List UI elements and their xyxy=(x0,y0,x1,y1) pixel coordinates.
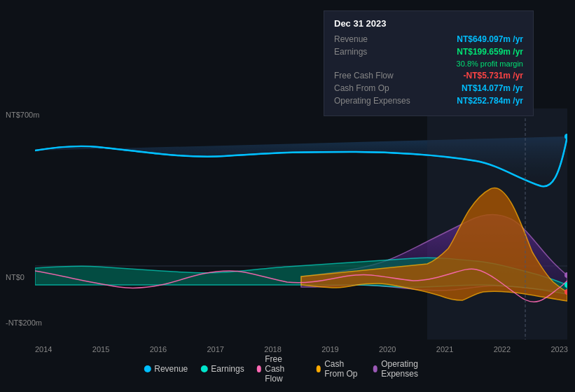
x-label-2018: 2018 xyxy=(264,345,281,354)
tooltip-value-fcf: -NT$5.731m /yr xyxy=(464,71,523,80)
tooltip-value-revenue: NT$649.097m /yr xyxy=(457,34,523,44)
legend-item-revenue[interactable]: Revenue xyxy=(144,364,188,374)
x-label-2021: 2021 xyxy=(436,345,453,354)
x-label-2020: 2020 xyxy=(379,345,396,354)
legend-label-fcf: Free Cash Flow xyxy=(265,354,303,384)
x-label-2022: 2022 xyxy=(494,345,511,354)
chart-svg xyxy=(35,108,567,340)
chart-container: Dec 31 2023 Revenue NT$649.097m /yr Earn… xyxy=(0,0,575,392)
tooltip-row-opex: Operating Expenses NT$252.784m /yr xyxy=(334,96,523,106)
tooltip-value-cfo: NT$14.077m /yr xyxy=(462,83,523,93)
tooltip-label-earnings: Earnings xyxy=(334,47,418,57)
legend-dot-fcf xyxy=(257,365,262,372)
x-label-2014: 2014 xyxy=(35,345,52,354)
legend-dot-cfo xyxy=(317,365,321,372)
x-label-2015: 2015 xyxy=(92,345,109,354)
x-label-2023: 2023 xyxy=(550,345,567,354)
tooltip-label-revenue: Revenue xyxy=(334,34,418,44)
legend-item-earnings[interactable]: Earnings xyxy=(200,364,244,374)
legend-label-cfo: Cash From Op xyxy=(324,359,360,379)
legend-label-revenue: Revenue xyxy=(154,364,188,374)
x-label-2017: 2017 xyxy=(207,345,223,354)
tooltip-label-cfo: Cash From Op xyxy=(334,83,418,93)
tooltip-row-cfo: Cash From Op NT$14.077m /yr xyxy=(334,83,523,93)
tooltip-value-earnings: NT$199.659m /yr xyxy=(457,47,523,57)
legend-dot-opex xyxy=(373,365,378,372)
tooltip-title: Dec 31 2023 xyxy=(334,18,523,29)
legend-item-cfo[interactable]: Cash From Op xyxy=(317,359,361,379)
legend-dot-revenue xyxy=(144,365,151,372)
tooltip-value-opex: NT$252.784m /yr xyxy=(457,96,523,106)
tooltip-row-fcf: Free Cash Flow -NT$5.731m /yr xyxy=(334,71,523,80)
tooltip-label-opex: Operating Expenses xyxy=(334,96,418,106)
tooltip-profit-margin: 30.8% profit margin xyxy=(457,59,523,68)
x-label-2019: 2019 xyxy=(321,345,338,354)
legend-item-fcf[interactable]: Free Cash Flow xyxy=(257,354,304,384)
tooltip-label-fcf: Free Cash Flow xyxy=(334,71,418,80)
tooltip-row-revenue: Revenue NT$649.097m /yr xyxy=(334,34,523,44)
legend-label-earnings: Earnings xyxy=(211,364,244,374)
legend: Revenue Earnings Free Cash Flow Cash Fro… xyxy=(144,354,431,384)
tooltip-box: Dec 31 2023 Revenue NT$649.097m /yr Earn… xyxy=(324,10,534,116)
legend-dot-earnings xyxy=(200,365,207,372)
tooltip-row-earnings: Earnings NT$199.659m /yr xyxy=(334,47,523,57)
y-label-mid: NT$0 xyxy=(6,273,25,281)
legend-label-opex: Operating Expenses xyxy=(381,359,431,379)
tooltip-row-margin: 30.8% profit margin xyxy=(334,59,523,68)
legend-item-opex[interactable]: Operating Expenses xyxy=(373,359,431,379)
x-label-2016: 2016 xyxy=(150,345,167,354)
x-axis: 2014 2015 2016 2017 2018 2019 2020 2021 … xyxy=(35,345,568,354)
